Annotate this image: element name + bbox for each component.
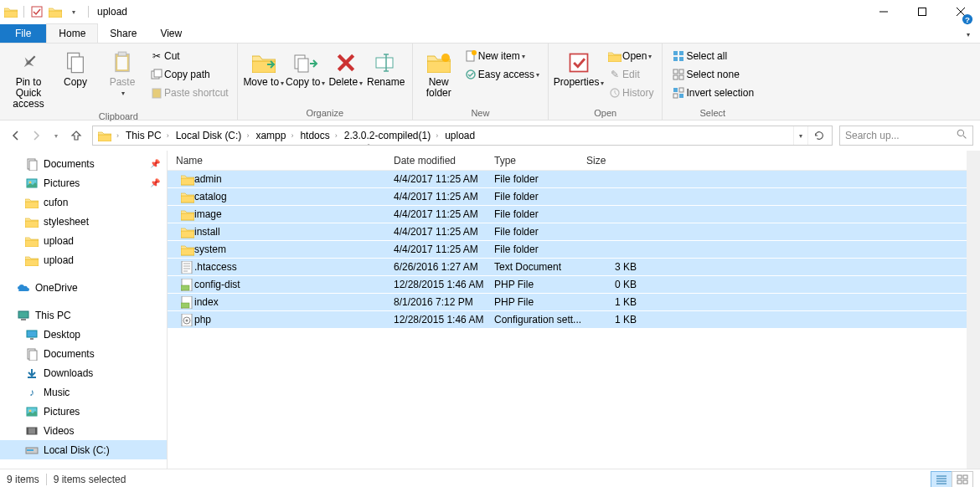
- qat-dropdown-icon[interactable]: ▾: [64, 3, 83, 21]
- svg-rect-48: [673, 88, 678, 92]
- pin-to-quick-access-button[interactable]: Pin to Quick access: [5, 45, 52, 110]
- copypath-icon: [149, 69, 164, 80]
- delete-button[interactable]: Delete▾: [327, 45, 365, 89]
- paste-button[interactable]: Paste ▾: [99, 45, 146, 99]
- svg-rect-60: [27, 331, 37, 337]
- file-row[interactable]: php12/28/2015 1:46 AMConfiguration sett.…: [168, 311, 967, 329]
- header-date[interactable]: Date modified: [385, 155, 486, 167]
- select-all-button[interactable]: Select all: [668, 47, 757, 65]
- paste-shortcut-button[interactable]: Paste shortcut: [146, 84, 232, 102]
- nav-label: Documents: [40, 158, 95, 170]
- group-new: New folder New item▾ Easy access▾ New: [413, 44, 549, 120]
- qat-properties-icon[interactable]: [28, 3, 46, 21]
- header-name[interactable]: Name: [168, 155, 385, 167]
- tab-home[interactable]: Home: [46, 23, 98, 43]
- nav-pictures2[interactable]: Pictures: [0, 402, 167, 421]
- forward-button[interactable]: [27, 126, 45, 145]
- nav-onedrive[interactable]: OneDrive: [0, 278, 167, 297]
- svg-rect-45: [679, 69, 683, 74]
- text-icon: [176, 261, 194, 274]
- newitem-label: New item: [478, 50, 520, 62]
- dropdown-history-icon[interactable]: ▾: [793, 126, 807, 145]
- file-row[interactable]: .htaccess6/26/2016 1:27 AMText Document3…: [168, 259, 967, 276]
- file-row[interactable]: install4/4/2017 11:25 AMFile folder: [168, 223, 967, 241]
- thumbnails-view-button[interactable]: [952, 471, 973, 488]
- svg-rect-22: [117, 57, 127, 69]
- properties-button[interactable]: Properties▾: [554, 45, 604, 89]
- php-icon: [176, 296, 194, 309]
- header-size[interactable]: Size: [586, 155, 645, 167]
- nav-pictures[interactable]: Pictures📌: [0, 173, 167, 192]
- back-button[interactable]: [7, 126, 25, 145]
- nav-pane[interactable]: Documents📌 Pictures📌 cufon stylesheet up…: [0, 151, 168, 469]
- tab-view[interactable]: View: [148, 24, 193, 43]
- svg-rect-50: [673, 94, 678, 98]
- file-row[interactable]: index8/1/2016 7:12 PMPHP File1 KB: [168, 294, 967, 311]
- view-buttons: [931, 471, 973, 488]
- refresh-button[interactable]: [807, 126, 830, 145]
- copy-button[interactable]: Copy: [52, 45, 99, 88]
- nav-music[interactable]: ♪Music: [0, 382, 167, 402]
- svg-rect-58: [18, 311, 28, 318]
- desktop-icon: [23, 329, 40, 341]
- header-type[interactable]: Type: [486, 155, 586, 167]
- scrollbar[interactable]: [967, 151, 980, 469]
- qat-new-folder-icon[interactable]: [46, 3, 64, 21]
- nav-localdisk[interactable]: Local Disk (C:): [0, 440, 167, 459]
- svg-rect-69: [35, 428, 37, 434]
- tab-file[interactable]: File: [0, 24, 46, 43]
- app-icon[interactable]: [2, 3, 20, 21]
- help-button[interactable]: ? ▾: [960, 13, 980, 43]
- nav-downloads[interactable]: Downloads: [0, 363, 167, 382]
- file-row[interactable]: image4/4/2017 11:25 AMFile folder: [168, 206, 967, 223]
- file-row[interactable]: catalog4/4/2017 11:25 AMFile folder: [168, 188, 967, 206]
- up-button[interactable]: [67, 126, 85, 145]
- easy-access-button[interactable]: Easy access▾: [460, 65, 543, 84]
- file-row[interactable]: admin4/4/2017 11:25 AMFile folder: [168, 171, 967, 188]
- search-placeholder: Search up...: [845, 130, 900, 141]
- folder-icon: [176, 208, 194, 221]
- breadcrumb-segment[interactable]: This PC›: [122, 126, 173, 145]
- nav-documents[interactable]: Documents📌: [0, 154, 167, 173]
- maximize-button[interactable]: [903, 0, 941, 23]
- new-item-button[interactable]: New item▾: [460, 47, 543, 65]
- copy-to-button[interactable]: Copy to▾: [285, 45, 327, 89]
- tab-share[interactable]: Share: [98, 24, 148, 43]
- path-root-icon[interactable]: ›: [95, 126, 122, 145]
- music-icon: ♪: [23, 387, 40, 398]
- nav-stylesheet[interactable]: stylesheet: [0, 212, 167, 231]
- search-input[interactable]: Search up...: [839, 126, 973, 146]
- nav-label: This PC: [32, 310, 71, 321]
- select-none-button[interactable]: Select none: [668, 65, 757, 84]
- open-button[interactable]: Open▾: [604, 47, 657, 65]
- minimize-button[interactable]: [864, 0, 903, 23]
- nav-documents2[interactable]: Documents: [0, 344, 167, 363]
- nav-videos[interactable]: Videos: [0, 421, 167, 440]
- nav-thispc[interactable]: This PC: [0, 305, 167, 325]
- nav-desktop[interactable]: Desktop: [0, 325, 167, 344]
- file-row[interactable]: system4/4/2017 11:25 AMFile folder: [168, 241, 967, 259]
- selectall-icon: [671, 50, 686, 62]
- svg-rect-25: [152, 89, 161, 98]
- rename-button[interactable]: Rename: [365, 45, 407, 88]
- selectnone-label: Select none: [686, 69, 739, 80]
- edit-button[interactable]: ✎Edit: [604, 65, 657, 84]
- recent-dropdown[interactable]: ▾: [47, 126, 65, 145]
- details-view-button[interactable]: [931, 471, 952, 488]
- nav-label: Local Disk (C:): [40, 444, 110, 456]
- file-row[interactable]: config-dist12/28/2015 1:46 AMPHP File0 K…: [168, 276, 967, 294]
- history-button[interactable]: History: [604, 84, 657, 102]
- cut-button[interactable]: ✂Cut: [146, 47, 232, 65]
- nav-cufon[interactable]: cufon: [0, 192, 167, 212]
- folder-icon: [176, 191, 194, 203]
- invert-selection-button[interactable]: Invert selection: [668, 84, 757, 102]
- nav-label: Documents: [40, 348, 95, 360]
- nav-upload1[interactable]: upload: [0, 231, 167, 250]
- nav-label: Downloads: [40, 367, 93, 379]
- nav-upload2[interactable]: upload: [0, 250, 167, 269]
- move-to-button[interactable]: Move to▾: [243, 45, 285, 89]
- copy-path-button[interactable]: Copy path: [146, 65, 232, 84]
- new-folder-button[interactable]: New folder: [418, 45, 460, 99]
- pin-label: Pin to Quick access: [5, 77, 52, 110]
- ini-icon: [176, 314, 194, 326]
